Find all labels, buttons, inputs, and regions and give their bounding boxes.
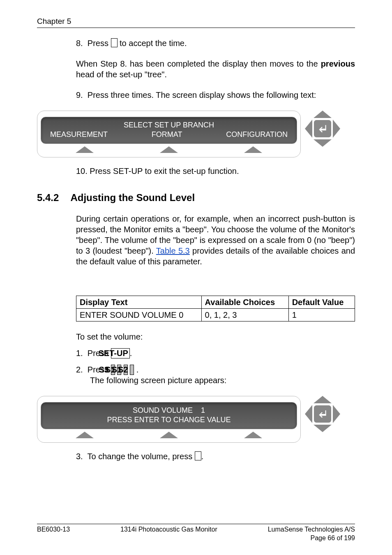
th-default-value: Default Value <box>288 296 355 308</box>
lcd1-col-2: CONFIGURATION <box>226 130 288 139</box>
section-title: Adjusting the Sound Level <box>70 191 195 204</box>
nav-enter-icon <box>314 120 331 137</box>
chapter-label: Chapter 5 <box>37 16 355 27</box>
lcd-screen: SELECT SET UP BRANCH MEASUREMENT FORMAT … <box>41 117 297 144</box>
nav-down-icon <box>314 139 332 147</box>
step-9-text: Press three times. The screen display sh… <box>88 90 316 99</box>
nav-left-icon <box>305 120 312 138</box>
vol-step3-num: 3. <box>76 452 83 461</box>
up-arrow-icon <box>76 146 94 153</box>
vol-step-3: 3. To change the volume, press . <box>76 451 355 462</box>
table-5-3-link[interactable]: Table 5.3 <box>156 246 190 255</box>
section-heading: 5.4.2 Adjusting the Sound Level <box>37 191 355 204</box>
lcd2-line1: SOUND VOLUME 1 <box>43 406 295 415</box>
vol-step3-after: . <box>201 452 204 461</box>
step-8-after: to accept the time. <box>118 39 187 48</box>
step-9-num: 9. <box>76 90 83 99</box>
up-arrow-icon <box>244 146 262 153</box>
section-number: 5.4.2 <box>37 191 59 204</box>
up-arrow-icon <box>76 432 94 438</box>
after-step-8-para: When Step 8. has been completed the disp… <box>76 58 355 80</box>
vol-step1-num: 1. <box>76 349 83 358</box>
vol-step2-num: 2. <box>76 365 83 374</box>
lcd2-line2: PRESS ENTER TO CHANGE VALUE <box>43 415 295 425</box>
vol-step2-line2: The following screen picture appears: <box>90 376 226 385</box>
lcd1-cols: MEASUREMENT FORMAT CONFIGURATION <box>43 130 295 139</box>
step-8-num: 8. <box>76 39 83 48</box>
nav-down-icon <box>314 425 332 432</box>
s2-key: S2 <box>130 365 134 375</box>
up-arrow-icon <box>160 146 178 153</box>
header-rule <box>37 28 355 28</box>
enter-key-glyph <box>111 38 118 47</box>
lcd1-line1: SELECT SET UP BRANCH <box>43 120 295 130</box>
step-10: 10. Press SET-UP to exit the set-up func… <box>76 166 355 176</box>
th-available-choices: Available Choices <box>201 296 288 308</box>
footer-right1: LumaSense Technologies A/S <box>268 525 355 534</box>
step-8: 8. Press to accept the time. <box>76 38 355 49</box>
td-display-text: ENTER SOUND VOLUME 0 <box>76 308 202 321</box>
nav-up-icon <box>314 111 332 118</box>
step-9: 9. Press three times. The screen display… <box>76 90 355 100</box>
up-arrow-icon <box>160 432 178 438</box>
lcd-display-2: SOUND VOLUME 1 PRESS ENTER TO CHANGE VAL… <box>37 396 355 443</box>
vol-step-1: 1. Press SET-UP. <box>76 348 355 358</box>
footer-right2: Page 66 of 199 <box>37 534 355 543</box>
vol-step-2: 2. Press S3 S1 S1 S2 . The following scr… <box>76 364 355 386</box>
nav-right-icon <box>333 405 340 423</box>
th-display-text: Display Text <box>76 296 202 308</box>
nav-right-icon <box>333 120 340 138</box>
nav-left-icon <box>305 405 312 423</box>
vol-step1-after: . <box>130 349 132 358</box>
vol-step3-before: To change the volume, press <box>87 452 194 461</box>
vol-step2-after: . <box>134 365 138 374</box>
lcd1-col-1: FORMAT <box>152 130 182 139</box>
footer-left: BE6030-13 <box>37 525 70 534</box>
page-footer: BE6030-13 1314i Photoacoustic Gas Monito… <box>37 524 355 543</box>
footer-center: 1314i Photoacoustic Gas Monitor <box>120 525 217 534</box>
lcd-display-1: SELECT SET UP BRANCH MEASUREMENT FORMAT … <box>37 111 355 158</box>
lcd-outer: SELECT SET UP BRANCH MEASUREMENT FORMAT … <box>37 111 301 158</box>
section-para: During certain operations or, for exampl… <box>76 213 355 267</box>
enter-key-glyph-2 <box>195 451 201 460</box>
lcd-outer-2: SOUND VOLUME 1 PRESS ENTER TO CHANGE VAL… <box>37 396 301 443</box>
nav-enter-icon <box>314 405 331 423</box>
up-arrow-icon <box>244 432 262 438</box>
nav-pad-2 <box>305 396 340 432</box>
lcd2-uptris <box>37 432 300 438</box>
nav-up-icon <box>314 396 332 403</box>
param-table: Display Text Available Choices Default V… <box>76 296 355 321</box>
step-8-before: Press <box>88 39 111 48</box>
td-available-choices: 0, 1, 2, 3 <box>201 308 288 321</box>
param-table-wrap: Display Text Available Choices Default V… <box>76 296 355 321</box>
lcd1-uptris <box>37 146 300 153</box>
previous-bold: previous <box>321 59 355 68</box>
to-set-volume: To set the volume: <box>76 331 355 342</box>
lcd1-col-0: MEASUREMENT <box>50 130 108 139</box>
setup-button-label: SET-UP <box>111 348 130 358</box>
footer-rule <box>37 524 355 524</box>
td-default-value: 1 <box>288 308 355 321</box>
lcd-screen-2: SOUND VOLUME 1 PRESS ENTER TO CHANGE VAL… <box>41 402 297 430</box>
nav-pad <box>305 111 340 147</box>
